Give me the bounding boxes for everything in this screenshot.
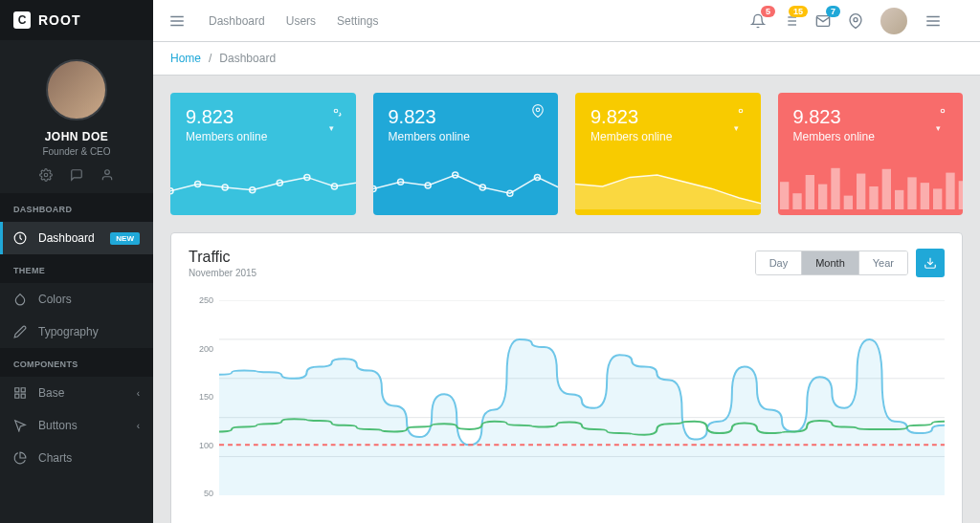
mini-line-chart bbox=[170, 163, 356, 209]
svg-rect-40 bbox=[831, 168, 839, 209]
topnav-link[interactable]: Dashboard bbox=[209, 14, 265, 28]
range-month-button[interactable]: Month bbox=[802, 251, 859, 274]
nav-section-title: THEME bbox=[0, 254, 153, 283]
breadcrumb-home[interactable]: Home bbox=[170, 52, 201, 65]
breadcrumb-current: Dashboard bbox=[219, 52, 276, 65]
stat-label: Members online bbox=[389, 130, 544, 143]
traffic-title: Traffic bbox=[189, 249, 256, 266]
stat-value: 9.823 bbox=[793, 106, 948, 128]
stat-card-4: ▾ 9.823 Members online bbox=[778, 93, 964, 215]
hamburger-icon[interactable] bbox=[168, 12, 186, 30]
svg-rect-43 bbox=[869, 186, 878, 209]
sidebar-item-base[interactable]: Base ‹ bbox=[0, 377, 153, 409]
stat-label: Members online bbox=[793, 130, 948, 143]
nav-label: Buttons bbox=[38, 419, 78, 432]
sidebar-item-typography[interactable]: Typography bbox=[0, 316, 153, 348]
hamburger-right-icon[interactable] bbox=[924, 12, 942, 30]
pin-icon[interactable] bbox=[531, 104, 545, 118]
svg-rect-38 bbox=[805, 175, 813, 209]
stat-value: 9.823 bbox=[389, 106, 544, 128]
drop-icon bbox=[13, 293, 27, 306]
mini-area-chart bbox=[575, 163, 761, 209]
stat-card-1: ▾ 9.823 Members online bbox=[170, 93, 356, 215]
svg-rect-47 bbox=[920, 183, 928, 209]
sidebar: C ROOT JOHN DOE Founder & CEO DASHBOARD … bbox=[0, 0, 153, 523]
svg-rect-39 bbox=[818, 185, 827, 209]
nav-label: Base bbox=[38, 386, 64, 400]
svg-rect-49 bbox=[946, 173, 954, 209]
pin-icon[interactable] bbox=[848, 13, 863, 29]
svg-rect-46 bbox=[907, 177, 916, 209]
nav-label: Colors bbox=[38, 293, 72, 306]
sidebar-item-buttons[interactable]: Buttons ‹ bbox=[0, 409, 153, 442]
list-notif[interactable]: 15 bbox=[783, 13, 798, 29]
svg-point-1 bbox=[105, 170, 110, 175]
breadcrumb-sep: / bbox=[209, 52, 212, 65]
svg-rect-37 bbox=[792, 193, 801, 209]
profile-name: JOHN DOE bbox=[45, 130, 109, 143]
range-day-button[interactable]: Day bbox=[756, 251, 803, 274]
pencil-icon bbox=[13, 325, 27, 338]
profile-block: JOHN DOE Founder & CEO bbox=[0, 40, 153, 193]
sidebar-item-colors[interactable]: Colors bbox=[0, 283, 153, 316]
stat-label: Members online bbox=[590, 130, 746, 143]
stat-label: Members online bbox=[186, 130, 341, 143]
puzzle-icon bbox=[13, 386, 27, 400]
stat-value: 9.823 bbox=[186, 106, 341, 128]
user-icon[interactable] bbox=[100, 168, 114, 182]
nav-label: Dashboard bbox=[38, 231, 95, 245]
svg-rect-45 bbox=[895, 190, 903, 209]
nav-label: Charts bbox=[38, 451, 72, 465]
svg-point-25 bbox=[536, 108, 540, 112]
pie-icon bbox=[13, 451, 27, 465]
download-button[interactable] bbox=[916, 249, 945, 277]
top-nav: Dashboard Users Settings bbox=[209, 14, 378, 28]
stat-card-3: ▾ 9.823 Members online bbox=[575, 93, 761, 215]
svg-rect-41 bbox=[843, 196, 852, 209]
topbar: Dashboard Users Settings 5 15 7 bbox=[153, 0, 980, 42]
cloud-download-icon bbox=[924, 256, 937, 270]
chevron-left-icon: ‹ bbox=[137, 421, 140, 431]
range-year-button[interactable]: Year bbox=[859, 251, 907, 274]
stat-card-2: 9.823 Members online bbox=[373, 93, 559, 215]
breadcrumb: Home / Dashboard bbox=[153, 42, 980, 76]
range-buttons: Day Month Year bbox=[755, 251, 908, 275]
svg-rect-36 bbox=[780, 182, 789, 209]
cursor-icon bbox=[13, 419, 27, 432]
brand-logo-icon: C bbox=[13, 11, 31, 29]
brand-name: ROOT bbox=[38, 12, 80, 28]
topnav-link[interactable]: Settings bbox=[337, 14, 378, 28]
svg-point-0 bbox=[44, 173, 48, 177]
stat-value: 9.823 bbox=[590, 106, 746, 128]
topnav-link[interactable]: Users bbox=[286, 14, 316, 28]
notif-badge: 5 bbox=[761, 6, 775, 17]
notif-badge: 15 bbox=[789, 6, 808, 17]
chat-icon[interactable] bbox=[70, 168, 83, 182]
nav-label: Typography bbox=[38, 325, 99, 338]
svg-point-35 bbox=[941, 109, 945, 113]
speedometer-icon bbox=[13, 231, 27, 245]
profile-role: Founder & CEO bbox=[42, 146, 110, 157]
brand[interactable]: C ROOT bbox=[0, 0, 153, 40]
avatar-small[interactable] bbox=[880, 8, 907, 34]
new-badge: NEW bbox=[110, 232, 140, 245]
avatar-large[interactable] bbox=[46, 59, 107, 120]
svg-point-16 bbox=[334, 109, 338, 113]
svg-point-12 bbox=[854, 17, 858, 21]
svg-rect-50 bbox=[958, 181, 963, 209]
nav-section-title: COMPONENTS bbox=[0, 348, 153, 377]
svg-rect-44 bbox=[881, 169, 890, 209]
bell-notif[interactable]: 5 bbox=[750, 13, 766, 29]
notif-badge: 7 bbox=[826, 6, 840, 17]
svg-rect-42 bbox=[857, 174, 865, 209]
traffic-card: Traffic November 2015 Day Month Year bbox=[170, 232, 963, 523]
mini-bar-chart bbox=[778, 163, 964, 209]
sidebar-item-charts[interactable]: Charts bbox=[0, 442, 153, 474]
envelope-notif[interactable]: 7 bbox=[815, 13, 831, 29]
sidebar-item-dashboard[interactable]: Dashboard NEW bbox=[0, 222, 153, 254]
svg-rect-48 bbox=[933, 188, 942, 209]
traffic-subtitle: November 2015 bbox=[189, 268, 256, 278]
gear-icon[interactable] bbox=[39, 168, 53, 182]
nav-section-title: DASHBOARD bbox=[0, 193, 153, 222]
mini-line-chart bbox=[373, 163, 559, 209]
